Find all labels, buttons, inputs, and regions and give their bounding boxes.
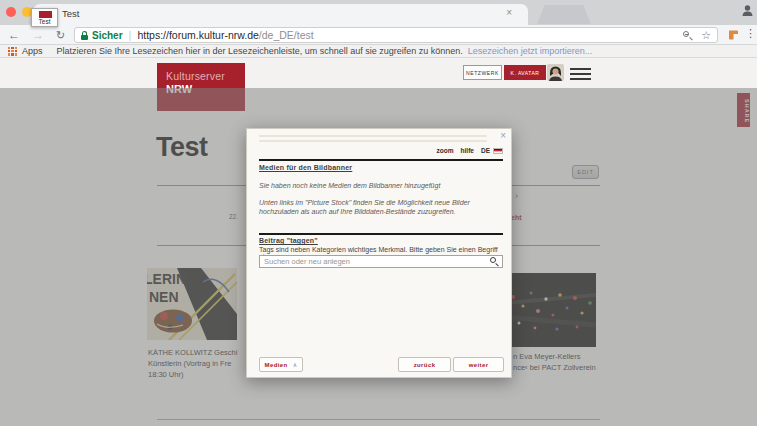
language-selector[interactable]: DE <box>481 147 503 154</box>
browser-menu-icon[interactable]: ⋮ <box>745 27 756 40</box>
url-host: https://forum.kultur-nrw.de <box>137 29 258 41</box>
browser-window: Test × Test ← → ↻ Sicher | https://forum… <box>0 0 757 426</box>
tab-tooltip: Test <box>31 8 58 27</box>
dialog-divider <box>259 159 503 161</box>
apps-label[interactable]: Apps <box>22 46 43 56</box>
help-link[interactable]: hilfe <box>461 147 474 154</box>
weiter-button[interactable]: weiter <box>453 357 504 372</box>
avatar-button[interactable]: K. AVATAR <box>504 65 546 80</box>
browser-tab[interactable]: Test × <box>33 4 528 25</box>
site-header <box>0 58 757 88</box>
secure-lock-icon[interactable] <box>81 31 88 40</box>
empty-title-line <box>259 140 487 142</box>
secure-label: Sicher <box>92 30 123 41</box>
tag-search-field <box>259 255 503 268</box>
browser-toolbar: ← → ↻ Sicher | https://forum.kultur-nrw.… <box>0 25 757 45</box>
netzwerk-button[interactable]: NETZWERK <box>463 65 502 80</box>
forward-icon[interactable]: → <box>32 27 44 43</box>
chevron-up-icon: ∧ <box>293 361 298 368</box>
tooltip-favicon-icon <box>39 11 52 18</box>
zurueck-button[interactable]: zurück <box>398 357 451 372</box>
dialog-toolbar: zoom hilfe DE <box>437 147 503 154</box>
bookmarks-hint: Platzieren Sie Ihre Lesezeichen hier in … <box>57 46 463 56</box>
search-icon[interactable] <box>490 257 499 266</box>
omnibox-separator: | <box>129 29 132 41</box>
medien-button-label: Medien <box>265 362 288 368</box>
tab-strip: Test × Test <box>0 0 757 25</box>
medien-button[interactable]: Medien ∧ <box>259 357 303 372</box>
tooltip-label: Test <box>32 18 57 25</box>
banner-hint: Unten links im "Picture Stock" finden Si… <box>259 198 503 216</box>
apps-grid-icon[interactable] <box>8 47 17 56</box>
tag-search-input[interactable] <box>260 257 490 266</box>
german-flag-icon <box>493 148 503 154</box>
editor-dialog: × zoom hilfe DE Medien für den Bildbanne… <box>246 128 512 378</box>
profile-icon[interactable] <box>741 4 754 17</box>
url-path: /de_DE/test <box>259 29 314 41</box>
address-bar[interactable]: Sicher | https://forum.kultur-nrw.de /de… <box>74 27 718 43</box>
avatar[interactable] <box>547 64 564 81</box>
empty-title-line <box>259 135 487 137</box>
bookmarks-import-link[interactable]: Lesezeichen jetzt importieren... <box>468 46 593 56</box>
language-label: DE <box>481 147 490 154</box>
zoom-link[interactable]: zoom <box>437 147 454 154</box>
banner-section-heading: Medien für den Bildbanner <box>259 164 352 171</box>
tab-close-icon[interactable]: × <box>506 7 512 18</box>
window-close-button[interactable] <box>6 7 16 17</box>
close-icon[interactable]: × <box>500 130 506 141</box>
back-icon[interactable]: ← <box>8 27 20 43</box>
reload-icon[interactable]: ↻ <box>56 27 65 43</box>
banner-empty-note: Sie haben noch keine Medien dem Bildbann… <box>259 181 503 190</box>
page-viewport: Kulturserver NRW NETZWERK K. AVATAR Test… <box>0 58 757 426</box>
bookmark-star-icon[interactable]: ☆ <box>701 30 711 40</box>
dialog-divider <box>259 233 503 235</box>
new-tab-button[interactable] <box>537 5 591 24</box>
extension-icon[interactable] <box>727 29 739 41</box>
zoom-out-icon[interactable] <box>683 31 692 40</box>
tag-section-heading: Beitrag "taggen" <box>259 237 318 244</box>
bookmarks-bar: Apps Platzieren Sie Ihre Lesezeichen hie… <box>0 45 757 58</box>
tab-title: Test <box>62 8 79 19</box>
site-logo-line1: Kulturserver <box>166 70 245 82</box>
hamburger-menu-icon[interactable] <box>570 68 591 80</box>
